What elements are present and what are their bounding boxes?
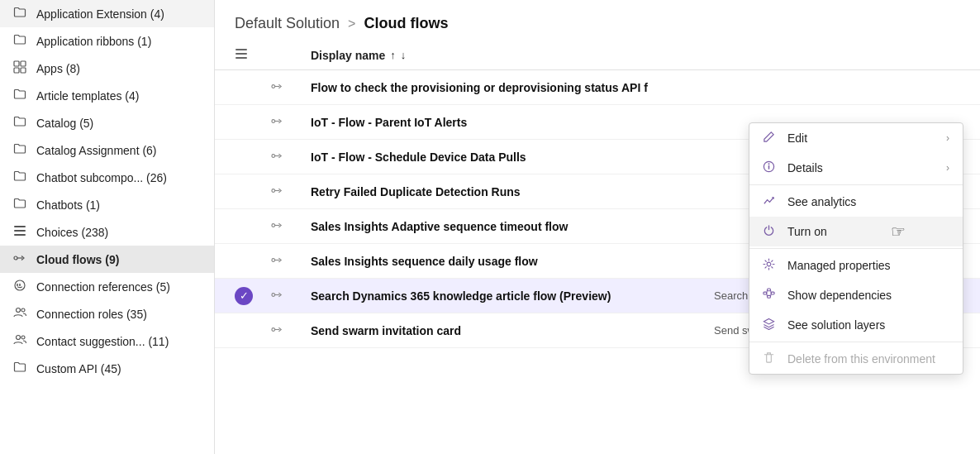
svg-rect-0: [14, 61, 19, 66]
sidebar-item-chatbot-subcompo[interactable]: Chatbot subcompo... (26): [0, 164, 214, 191]
folder-icon: [13, 6, 28, 22]
column-display-name: Display name: [311, 49, 385, 62]
folder-icon: [13, 33, 28, 49]
sidebar-item-label: Catalog (5): [36, 117, 93, 130]
svg-point-23: [272, 154, 275, 157]
breadcrumb: Default Solution > Cloud flows: [215, 0, 980, 41]
breadcrumb-parent[interactable]: Default Solution: [235, 15, 340, 32]
flow-name: Sales Insights sequence daily usage flow: [311, 255, 707, 268]
sidebar-item-cloud-flows[interactable]: Cloud flows (9): [0, 246, 214, 273]
svg-rect-5: [14, 230, 26, 232]
ctx-item-edit[interactable]: Edit›: [749, 123, 963, 153]
svg-point-37: [768, 163, 770, 165]
svg-rect-17: [235, 53, 247, 55]
flow-type-icon: [271, 80, 304, 95]
sidebar-item-choices[interactable]: Choices (238): [0, 218, 214, 246]
header-name-col[interactable]: Display name ↑ ↓: [311, 49, 707, 62]
sidebar-item-label: Cloud flows (9): [36, 253, 119, 266]
sidebar-item-connection-references[interactable]: Connection references (5): [0, 273, 214, 300]
svg-point-21: [272, 119, 275, 122]
sidebar-item-article-templates[interactable]: Article templates (4): [0, 82, 214, 109]
sort-desc-icon[interactable]: ↓: [401, 49, 407, 61]
svg-rect-2: [14, 68, 19, 73]
svg-point-19: [272, 84, 275, 88]
folder-icon: [13, 142, 28, 158]
chart-icon: [763, 194, 778, 209]
table-header: Display name ↑ ↓: [215, 41, 980, 70]
sort-asc-icon[interactable]: ↑: [390, 49, 396, 61]
ctx-item-managed-properties[interactable]: Managed properties: [749, 251, 963, 280]
svg-point-13: [21, 308, 25, 312]
power-icon: [763, 224, 778, 239]
svg-point-29: [272, 258, 275, 261]
svg-rect-36: [768, 165, 770, 170]
svg-point-33: [272, 327, 275, 331]
flow-type-icon: [271, 115, 304, 130]
gear-icon: [763, 258, 778, 273]
sidebar-item-application-extension[interactable]: Application Extension (4): [0, 0, 214, 27]
ctx-item-label: Show dependencies: [787, 289, 892, 302]
ctx-item-label: Edit: [787, 131, 807, 145]
table-row[interactable]: Flow to check the provisioning or deprov…: [215, 70, 980, 105]
svg-point-7: [14, 256, 17, 260]
svg-rect-40: [768, 289, 771, 291]
sidebar: Application Extension (4)Application rib…: [0, 0, 215, 454]
sidebar-item-custom-api[interactable]: Custom API (45): [0, 355, 214, 382]
flow-icon: [13, 251, 28, 267]
sidebar-item-label: Application ribbons (1): [36, 35, 151, 48]
sidebar-item-label: Custom API (45): [36, 362, 121, 375]
svg-line-43: [767, 289, 768, 293]
breadcrumb-separator: >: [348, 17, 355, 31]
sidebar-item-catalog-assignment[interactable]: Catalog Assignment (6): [0, 136, 214, 164]
folder-icon: [13, 361, 28, 376]
header-check-col: [235, 47, 264, 63]
ctx-item-delete: Delete from this environment: [749, 344, 963, 374]
svg-point-12: [17, 308, 21, 313]
ctx-divider: [749, 342, 963, 342]
ctx-divider: [749, 184, 963, 185]
sidebar-item-label: Application Extension (4): [36, 7, 164, 21]
svg-line-46: [770, 294, 771, 297]
svg-rect-42: [771, 292, 774, 294]
flow-name: Sales Insights Adaptive sequence timeout…: [311, 220, 707, 233]
svg-line-45: [770, 289, 771, 293]
svg-line-44: [767, 294, 768, 297]
sidebar-item-label: Catalog Assignment (6): [36, 144, 157, 157]
chevron-right-icon: ›: [946, 162, 949, 174]
ctx-item-turn-on[interactable]: Turn on: [749, 217, 963, 246]
svg-rect-18: [235, 57, 247, 59]
flow-name: Search Dynamics 365 knowledge article fl…: [311, 289, 707, 303]
sidebar-item-contact-suggestion[interactable]: Contact suggestion... (11): [0, 327, 214, 355]
sidebar-item-catalog[interactable]: Catalog (5): [0, 109, 214, 136]
flow-name: IoT - Flow - Parent IoT Alerts: [311, 116, 707, 129]
grid-icon: [13, 60, 28, 76]
sidebar-item-label: Chatbot subcompo... (26): [36, 171, 167, 184]
context-menu: Edit›Details›See analyticsTurn onManaged…: [749, 122, 963, 375]
svg-point-14: [17, 336, 21, 340]
sidebar-item-connection-roles[interactable]: Connection roles (35): [0, 300, 214, 327]
app-layout: Application Extension (4)Application rib…: [0, 0, 980, 454]
people-icon: [13, 306, 28, 322]
ctx-item-show-dependencies[interactable]: Show dependencies: [749, 280, 963, 310]
sidebar-item-apps[interactable]: Apps (8): [0, 55, 214, 82]
svg-rect-16: [235, 49, 247, 50]
pencil-icon: [763, 131, 778, 146]
ctx-item-see-analytics[interactable]: See analytics: [749, 187, 963, 217]
ctx-item-details[interactable]: Details›: [749, 153, 963, 183]
svg-point-25: [272, 189, 275, 192]
sidebar-item-chatbots[interactable]: Chatbots (1): [0, 191, 214, 218]
folder-icon: [13, 88, 28, 103]
flow-type-icon: [271, 323, 304, 338]
ctx-item-label: See analytics: [787, 195, 856, 208]
sidebar-item-label: Connection roles (35): [36, 308, 147, 321]
row-check[interactable]: ✓: [235, 287, 264, 305]
sidebar-item-label: Chatbots (1): [36, 198, 100, 212]
ctx-item-see-solution-layers[interactable]: See solution layers: [749, 310, 963, 340]
people-icon: [13, 333, 28, 349]
sidebar-item-application-ribbons[interactable]: Application ribbons (1): [0, 27, 214, 55]
flow-name: Flow to check the provisioning or deprov…: [311, 81, 707, 94]
sidebar-item-label: Article templates (4): [36, 89, 139, 103]
layers-icon: [763, 318, 778, 332]
flow-name: Send swarm invitation card: [311, 324, 707, 337]
flow-type-icon: [271, 289, 304, 303]
